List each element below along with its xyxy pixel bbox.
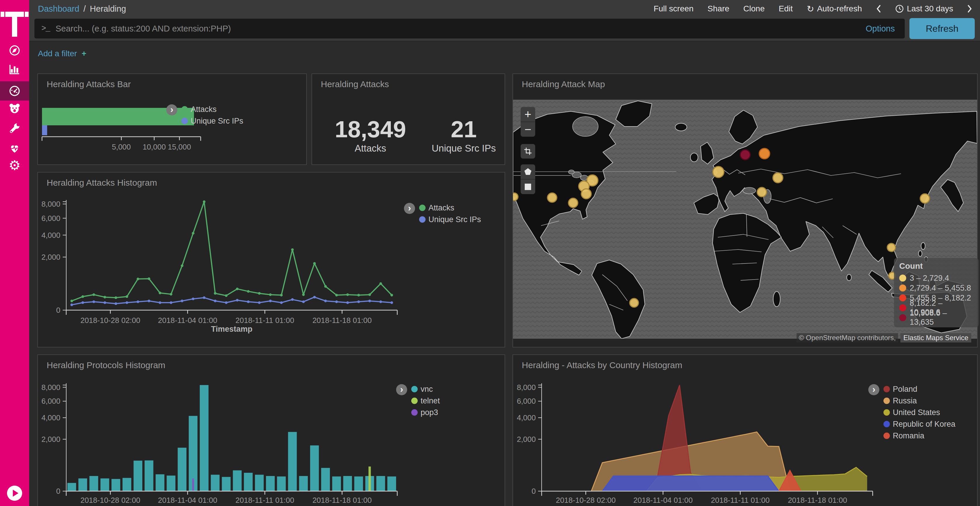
osm-attribution-link[interactable]: © OpenStreetMap contributors, xyxy=(797,333,898,343)
bar-chart-icon xyxy=(8,62,21,76)
share-button[interactable]: Share xyxy=(708,4,729,13)
legend-item-poland[interactable]: Poland xyxy=(883,385,956,393)
filter-bar: Add a filter + xyxy=(38,49,86,58)
legend-color-dot xyxy=(883,421,890,427)
legend-toggle-icon[interactable]: › xyxy=(404,203,415,214)
legend-color-dot xyxy=(883,433,890,439)
map-dot xyxy=(740,150,750,160)
svg-text:2018-10-28 02:00: 2018-10-28 02:00 xyxy=(556,496,616,504)
svg-text:2018-10-28 02:00: 2018-10-28 02:00 xyxy=(81,496,140,504)
map-draw-controls xyxy=(520,164,535,194)
gear-icon: ⚙ xyxy=(8,159,21,172)
map-legend-title: Count xyxy=(899,262,973,271)
legend-item-romania[interactable]: Romania xyxy=(883,431,956,440)
svg-text:0: 0 xyxy=(532,487,536,495)
legend-item-attacks[interactable]: Attacks xyxy=(419,203,481,212)
svg-text:8,000: 8,000 xyxy=(41,383,60,392)
options-link[interactable]: Options xyxy=(865,24,895,33)
panel-title: Heralding Attack Map xyxy=(522,79,605,89)
legend-color-dot xyxy=(899,314,906,321)
draw-polygon-button[interactable] xyxy=(520,164,535,179)
panel-attacks-metric: Heralding Attacks 18,349 Attacks 21 Uniq… xyxy=(312,73,505,165)
svg-text:15,000: 15,000 xyxy=(168,143,191,151)
breadcrumb-current: Heralding xyxy=(90,4,126,14)
map-attribution: © OpenStreetMap contributors, Elastic Ma… xyxy=(797,333,971,343)
svg-text:2,000: 2,000 xyxy=(41,435,60,444)
svg-text:4,000: 4,000 xyxy=(41,231,60,240)
crop-icon xyxy=(523,147,532,155)
legend: ›AttacksUnique Src IPs xyxy=(166,104,243,125)
legend-item-united-states[interactable]: United States xyxy=(883,408,956,417)
sidebar-item-bear[interactable] xyxy=(0,99,29,118)
refresh-button[interactable]: Refresh xyxy=(909,18,975,39)
time-forward-button[interactable] xyxy=(967,5,972,13)
sidebar-collapse-button[interactable] xyxy=(7,485,22,501)
search-input[interactable] xyxy=(55,24,865,34)
legend-item-russia[interactable]: Russia xyxy=(883,397,956,405)
time-back-button[interactable] xyxy=(876,5,881,13)
add-filter-link[interactable]: Add a filter xyxy=(38,49,77,58)
map-dot xyxy=(757,187,767,197)
metric-label: Unique Src IPs xyxy=(429,143,499,154)
svg-text:2018-11-11 01:00: 2018-11-11 01:00 xyxy=(711,496,769,504)
map-fit-control xyxy=(520,144,535,159)
plus-icon[interactable]: + xyxy=(82,49,86,58)
sidebar-item-visualize[interactable] xyxy=(0,59,29,79)
breadcrumb-dashboard-link[interactable]: Dashboard xyxy=(38,4,80,14)
legend-item-republic-of-korea[interactable]: Republic of Korea xyxy=(883,420,956,428)
svg-text:10,000: 10,000 xyxy=(143,143,166,151)
edit-button[interactable]: Edit xyxy=(779,4,793,13)
sidebar-item-dashboard[interactable] xyxy=(0,81,29,101)
sidebar-item-monitoring[interactable] xyxy=(0,138,29,158)
fullscreen-button[interactable]: Full screen xyxy=(654,4,694,13)
legend-item-unique-src-ips[interactable]: Unique Src IPs xyxy=(181,117,243,125)
panel-title: Heralding Protocols Histogram xyxy=(47,360,165,370)
draw-rectangle-button[interactable] xyxy=(520,179,535,194)
legend-toggle-icon[interactable]: › xyxy=(868,384,880,395)
legend-color-dot xyxy=(899,284,906,292)
map-dot xyxy=(630,298,638,307)
auto-refresh-button[interactable]: ↻ Auto-refresh xyxy=(807,4,862,14)
zoom-in-button[interactable]: + xyxy=(520,107,535,122)
legend-item-telnet[interactable]: telnet xyxy=(411,397,440,405)
terminal-prompt-icon: >_ xyxy=(41,24,49,33)
sidebar-item-discover[interactable] xyxy=(0,41,29,60)
svg-text:6,000: 6,000 xyxy=(41,214,60,223)
sidebar-item-devtools[interactable] xyxy=(0,119,29,138)
svg-text:2018-11-04 01:00: 2018-11-04 01:00 xyxy=(158,496,217,504)
sidebar-item-management[interactable]: ⚙ xyxy=(0,155,29,175)
play-icon xyxy=(13,490,18,496)
legend-color-dot xyxy=(419,216,426,223)
timepicker-button[interactable]: Last 30 days xyxy=(895,4,953,13)
header: Dashboard / Heralding Full screen Share … xyxy=(29,0,980,41)
svg-text:8,000: 8,000 xyxy=(517,383,536,392)
legend-color-dot xyxy=(899,294,906,301)
chevron-right-icon xyxy=(967,5,972,13)
panel-protocols-histogram: Heralding Protocols Histogram 02,0004,00… xyxy=(37,354,505,506)
svg-text:2,000: 2,000 xyxy=(41,253,60,262)
clone-button[interactable]: Clone xyxy=(743,4,765,13)
search-row: >_ Options Refresh xyxy=(34,18,975,39)
map-count-legend: Count 3 – 2,729.42,729.4 – 5,455.85,455.… xyxy=(894,258,978,327)
svg-text:2,000: 2,000 xyxy=(517,435,536,444)
svg-text:2018-11-04 01:00: 2018-11-04 01:00 xyxy=(633,496,692,504)
legend-color-dot xyxy=(181,106,188,113)
legend-item-unique-src-ips[interactable]: Unique Src IPs xyxy=(419,215,481,224)
legend: ›PolandRussiaUnited StatesRepublic of Ko… xyxy=(868,384,956,440)
svg-text:6,000: 6,000 xyxy=(41,397,60,405)
legend-color-dot xyxy=(883,386,890,392)
legend-color-dot xyxy=(411,398,418,404)
legend-item-attacks[interactable]: Attacks xyxy=(181,105,243,114)
legend-toggle-icon[interactable]: › xyxy=(396,384,407,395)
map-dot xyxy=(547,193,557,202)
legend-item-pop3[interactable]: pop3 xyxy=(411,408,440,417)
svg-text:2018-11-11 01:00: 2018-11-11 01:00 xyxy=(235,496,294,504)
legend-item-vnc[interactable]: vnc xyxy=(411,385,440,393)
map-zoom-controls: + − xyxy=(520,107,535,137)
legend-color-dot xyxy=(411,386,418,392)
ems-attribution-link[interactable]: Elastic Maps Service xyxy=(900,333,971,343)
fit-data-bounds-button[interactable] xyxy=(520,144,535,159)
panel-attacks-bar: Heralding Attacks Bar 5,00010,00015,000 … xyxy=(37,73,307,165)
legend-toggle-icon[interactable]: › xyxy=(166,104,177,116)
zoom-out-button[interactable]: − xyxy=(520,122,535,137)
